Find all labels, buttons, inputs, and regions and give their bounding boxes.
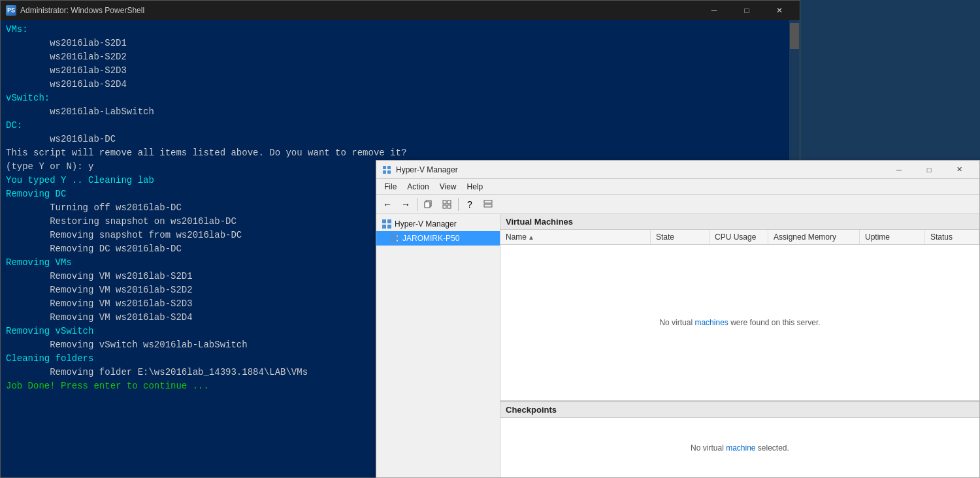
- toolbar-copy-button[interactable]: [420, 197, 437, 212]
- menu-action[interactable]: Action: [402, 181, 434, 193]
- hyperv-icon-svg: [382, 165, 391, 174]
- svg-point-18: [397, 236, 398, 237]
- ps-line: DC:: [6, 119, 794, 133]
- copy-icon: [424, 200, 433, 209]
- svg-rect-7: [448, 200, 451, 204]
- hv-toolbar: ← → ?: [376, 195, 979, 214]
- sort-arrow-icon: ▲: [528, 234, 534, 241]
- sidebar-hyperv-label: Hyper-V Manager: [395, 219, 457, 229]
- toolbar-list-button[interactable]: [480, 197, 497, 212]
- toolbar-separator-2: [458, 198, 459, 211]
- svg-rect-5: [425, 202, 430, 208]
- svg-rect-13: [387, 219, 391, 223]
- col-uptime-label: Uptime: [865, 232, 890, 242]
- hv-icon: [382, 165, 392, 175]
- ps-line: ws2016lab-DC: [6, 133, 794, 146]
- toolbar-help-button[interactable]: ?: [461, 197, 478, 212]
- hv-minimize-button[interactable]: ─: [884, 161, 914, 179]
- svg-rect-6: [443, 200, 446, 204]
- hv-title: Hyper-V Manager: [396, 165, 884, 174]
- ps-line: This script will remove all items listed…: [6, 146, 794, 160]
- ps-line: ws2016lab-S2D4: [6, 78, 794, 91]
- toolbar-back-button[interactable]: ←: [379, 197, 396, 212]
- checkpoints-body: No virtual machine selected.: [500, 418, 979, 477]
- svg-rect-1: [387, 166, 391, 169]
- hyperv-window: Hyper-V Manager ─ □ ✕ File Action View H…: [376, 160, 980, 478]
- machine-link[interactable]: machines: [694, 318, 728, 327]
- hyperv-manager-icon: [382, 219, 392, 229]
- col-cpu-label: CPU Usage: [715, 232, 756, 242]
- vm-table-body: No virtual machines were found on this s…: [500, 245, 979, 400]
- hv-maximize-button[interactable]: □: [914, 161, 944, 179]
- sidebar-item-server[interactable]: JAROMIRK-P50: [376, 231, 500, 246]
- server-icon: [389, 233, 400, 244]
- hv-close-button[interactable]: ✕: [944, 161, 974, 179]
- hv-menubar: File Action View Help: [376, 179, 979, 195]
- hv-main: Virtual Machines Name ▲ State CPU Usage …: [500, 214, 979, 477]
- svg-point-19: [397, 240, 398, 242]
- sidebar-item-hyperv-manager[interactable]: Hyper-V Manager: [376, 217, 500, 231]
- col-name[interactable]: Name ▲: [500, 230, 651, 244]
- ps-line: VMs:: [6, 23, 794, 37]
- col-uptime[interactable]: Uptime: [860, 230, 925, 244]
- ps-maximize-button[interactable]: □: [732, 1, 762, 20]
- list-icon: [483, 200, 493, 209]
- ps-title: Administrator: Windows PowerShell: [20, 6, 699, 15]
- ps-icon: PS: [6, 5, 16, 16]
- ps-titlebar: PS Administrator: Windows PowerShell ─ □…: [1, 1, 800, 20]
- toolbar-grid-button[interactable]: [438, 197, 455, 212]
- col-name-label: Name: [506, 232, 527, 242]
- checkpoints-header: Checkpoints: [500, 402, 979, 418]
- menu-help[interactable]: Help: [462, 181, 489, 193]
- col-memory-label: Assigned Memory: [774, 232, 836, 242]
- machine-link-2[interactable]: machine: [726, 443, 755, 453]
- svg-rect-8: [443, 205, 446, 208]
- ps-line: ws2016lab-S2D3: [6, 64, 794, 78]
- grid-icon: [442, 200, 451, 209]
- svg-rect-14: [382, 225, 386, 229]
- svg-rect-2: [383, 170, 386, 174]
- sidebar-server-label: JAROMIRK-P50: [402, 234, 459, 243]
- svg-rect-11: [484, 204, 492, 207]
- col-state-label: State: [656, 232, 674, 242]
- svg-rect-9: [448, 205, 451, 208]
- col-cpu[interactable]: CPU Usage: [710, 230, 768, 244]
- checkpoints-section: Checkpoints No virtual machine selected.: [500, 402, 979, 477]
- col-status[interactable]: Status: [925, 230, 979, 244]
- svg-rect-3: [387, 170, 391, 174]
- col-status-label: Status: [930, 232, 953, 242]
- ps-line: ws2016lab-LabSwitch: [6, 105, 794, 119]
- no-vms-message: No virtual machines were found on this s…: [659, 318, 820, 327]
- svg-rect-15: [387, 225, 391, 229]
- ps-line: ws2016lab-S2D1: [6, 37, 794, 50]
- toolbar-forward-button[interactable]: →: [397, 197, 414, 212]
- ps-minimize-button[interactable]: ─: [699, 1, 729, 20]
- vm-table-header: Name ▲ State CPU Usage Assigned Memory U…: [500, 230, 979, 245]
- virtual-machines-section: Virtual Machines Name ▲ State CPU Usage …: [500, 214, 979, 402]
- svg-rect-12: [382, 219, 386, 223]
- ps-scrollbar-thumb[interactable]: [790, 23, 799, 49]
- col-state[interactable]: State: [651, 230, 710, 244]
- hv-body: Hyper-V Manager JAROMIRK-P50 Virtual Mac…: [376, 214, 979, 477]
- menu-file[interactable]: File: [379, 181, 402, 193]
- menu-view[interactable]: View: [434, 181, 462, 193]
- hv-titlebar: Hyper-V Manager ─ □ ✕: [376, 161, 979, 179]
- vm-section-header: Virtual Machines: [500, 214, 979, 230]
- svg-rect-0: [383, 166, 386, 169]
- svg-rect-10: [484, 200, 492, 203]
- ps-close-button[interactable]: ✕: [764, 1, 794, 20]
- ps-controls: ─ □ ✕: [699, 1, 794, 20]
- col-memory[interactable]: Assigned Memory: [768, 230, 860, 244]
- toolbar-separator-1: [417, 198, 417, 211]
- hv-sidebar: Hyper-V Manager JAROMIRK-P50: [376, 214, 500, 477]
- ps-line: vSwitch:: [6, 91, 794, 105]
- hv-controls: ─ □ ✕: [884, 161, 974, 179]
- no-vm-selected-message: No virtual machine selected.: [691, 443, 789, 453]
- ps-line: ws2016lab-S2D2: [6, 50, 794, 64]
